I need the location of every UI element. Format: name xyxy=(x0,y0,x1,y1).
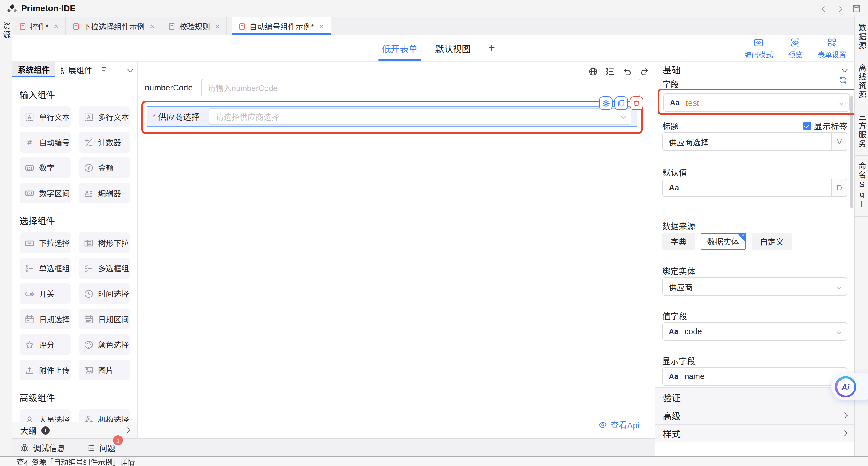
palette-item[interactable]: 附件上传 xyxy=(20,360,71,380)
ai-assistant-button[interactable]: Ai xyxy=(831,373,868,400)
rail-item-2[interactable]: 三方服务 xyxy=(855,106,868,156)
time-picker-icon xyxy=(84,289,93,298)
add-view-button[interactable]: + xyxy=(488,41,495,54)
palette-item[interactable]: 树形下拉 xyxy=(79,232,130,253)
rail-item-3[interactable]: 命名Sql xyxy=(855,156,868,217)
value-field-select[interactable]: Aa code xyxy=(662,322,847,341)
app-logo-icon xyxy=(7,3,17,13)
expand-outline-icon[interactable] xyxy=(124,427,130,433)
datasource-option-0[interactable]: 字典 xyxy=(662,233,695,250)
radio-group-icon xyxy=(25,263,34,273)
field-section-label: 字段 xyxy=(662,78,679,90)
editor-tab-2[interactable]: 校验规则× xyxy=(162,17,227,35)
close-tab-icon[interactable]: × xyxy=(150,22,154,30)
preview-button[interactable]: 预览 xyxy=(788,38,802,59)
globe-icon[interactable] xyxy=(588,67,598,76)
component-palette: 输入组件A单行文本A多行文本#自动编号计数器123数字¥金额1~3数字区间A编辑… xyxy=(12,77,137,422)
numbercode-input[interactable]: 请输入numberCode xyxy=(201,79,640,96)
palette-item[interactable]: #自动编号 xyxy=(20,132,71,153)
default-value-input[interactable]: Aa D xyxy=(662,179,847,197)
code-mode-button[interactable]: 编码模式 xyxy=(744,38,773,59)
number-range-icon: 1~3 xyxy=(25,188,34,198)
form-settings-button[interactable]: 表单设置 xyxy=(818,38,846,59)
palette-menu-icon[interactable] xyxy=(101,66,108,73)
palette-item[interactable]: A单行文本 xyxy=(20,106,71,127)
info-icon: i xyxy=(41,426,50,434)
palette-item[interactable]: 下拉选择 xyxy=(20,232,71,253)
section-2[interactable]: 样式 xyxy=(655,424,855,442)
title-input[interactable]: 供应商选择 V xyxy=(662,132,847,151)
show-label-checkbox[interactable] xyxy=(803,122,811,130)
view-api-link[interactable]: 查看Api xyxy=(598,419,639,431)
save-icon[interactable] xyxy=(852,4,861,13)
app-title: Primeton-IDE xyxy=(21,4,76,13)
datasource-option-2[interactable]: 自定义 xyxy=(751,233,792,250)
selected-supplier-field[interactable]: * 供应商选择 请选择供应商选择 xyxy=(147,106,638,127)
duplicate-field-button[interactable] xyxy=(614,96,628,110)
issues-button[interactable]: 问题 1 xyxy=(86,442,115,454)
rail-item-resources[interactable]: 资源 xyxy=(2,22,10,466)
delete-field-button[interactable] xyxy=(630,96,643,110)
default-section-label: 默认值 xyxy=(662,166,687,178)
palette-item[interactable]: ¥金额 xyxy=(79,157,130,178)
rail-item-1[interactable]: 离线资源 xyxy=(855,57,868,106)
palette-item[interactable]: 开关 xyxy=(20,283,71,304)
field-select[interactable]: Aa test xyxy=(663,93,850,112)
status-text: 查看资源「自动编号组件示例」详情 xyxy=(17,456,135,466)
code-mode-icon xyxy=(754,38,763,47)
palette-item[interactable]: 人员选择 xyxy=(20,409,71,422)
redo-icon[interactable] xyxy=(640,67,649,76)
debug-label: 调试信息 xyxy=(33,442,65,454)
collapse-palette-icon[interactable] xyxy=(127,66,133,72)
close-tab-icon[interactable]: × xyxy=(54,22,58,30)
palette-item[interactable]: 时间选择 xyxy=(79,283,130,304)
primeton-ide-window: Primeton-IDE 资源 数据源离线资源三方服务命名Sql 控件*×下拉选… xyxy=(0,0,868,466)
palette-item[interactable]: A多行文本 xyxy=(79,106,130,127)
datasource-option-1[interactable]: 数据实体 xyxy=(701,233,746,250)
property-panel: 基础 字段 Aa test 标题 显示标签 供应商选择 V 默认值 xyxy=(655,62,855,466)
collapse-panel-icon[interactable] xyxy=(842,66,847,72)
field-value: test xyxy=(686,98,699,107)
bind-entity-select[interactable]: 供应商 xyxy=(662,277,847,296)
debug-info-button[interactable]: 调试信息 xyxy=(20,442,65,454)
palette-item[interactable]: 机构选择 xyxy=(79,409,130,422)
status-bar: 查看资源「自动编号组件示例」详情 xyxy=(0,456,868,466)
close-tab-icon[interactable]: × xyxy=(216,22,220,30)
editor-tab-0[interactable]: 控件*× xyxy=(12,17,65,35)
tab-default-view[interactable]: 默认视图 xyxy=(435,35,471,61)
default-variable-button[interactable]: D xyxy=(831,179,847,196)
field-settings-button[interactable] xyxy=(599,96,613,110)
palette-item[interactable]: A编辑器 xyxy=(79,183,130,204)
palette-group-title: 选择组件 xyxy=(20,214,132,226)
refresh-icon[interactable] xyxy=(838,76,847,85)
history-back-icon[interactable] xyxy=(823,4,827,13)
tab-extension-components[interactable]: 扩展组件 xyxy=(55,62,98,77)
tab-lowcode-form[interactable]: 低开表单 xyxy=(382,35,417,61)
supplier-select[interactable]: 请选择供应商选择 xyxy=(209,108,631,125)
structure-icon[interactable] xyxy=(606,67,615,76)
palette-item[interactable]: 图片 xyxy=(79,360,130,380)
tab-system-components[interactable]: 系统组件 xyxy=(12,62,55,77)
close-tab-icon[interactable]: × xyxy=(319,22,324,30)
section-1[interactable]: 高级 xyxy=(655,406,855,424)
display-field-select[interactable]: Aa name xyxy=(662,367,847,385)
selection-actions xyxy=(599,96,643,110)
palette-item[interactable]: 日期区间 xyxy=(79,309,130,330)
palette-item[interactable]: 计数器 xyxy=(79,132,130,153)
editor-tab-1[interactable]: 下拉选择组件示例× xyxy=(65,17,161,35)
palette-item[interactable]: 1~3数字区间 xyxy=(20,183,71,204)
title-variable-button[interactable]: V xyxy=(831,133,847,150)
palette-item[interactable]: 评分 xyxy=(20,334,71,355)
history-forward-icon[interactable] xyxy=(837,4,841,13)
rail-item-0[interactable]: 数据源 xyxy=(855,17,868,57)
palette-item[interactable]: 日期选择 xyxy=(20,309,71,330)
file-icon xyxy=(238,22,246,30)
editor-tab-3[interactable]: 自动编号组件示例*× xyxy=(232,17,331,35)
palette-item[interactable]: 单选框组 xyxy=(20,258,71,279)
svg-text:A: A xyxy=(85,190,89,196)
palette-item[interactable]: 颜色选择 xyxy=(79,334,130,355)
section-0[interactable]: 验证 xyxy=(655,387,855,406)
palette-item[interactable]: 多选框组 xyxy=(79,258,130,279)
palette-item[interactable]: 123数字 xyxy=(20,157,71,178)
undo-icon[interactable] xyxy=(623,67,632,76)
